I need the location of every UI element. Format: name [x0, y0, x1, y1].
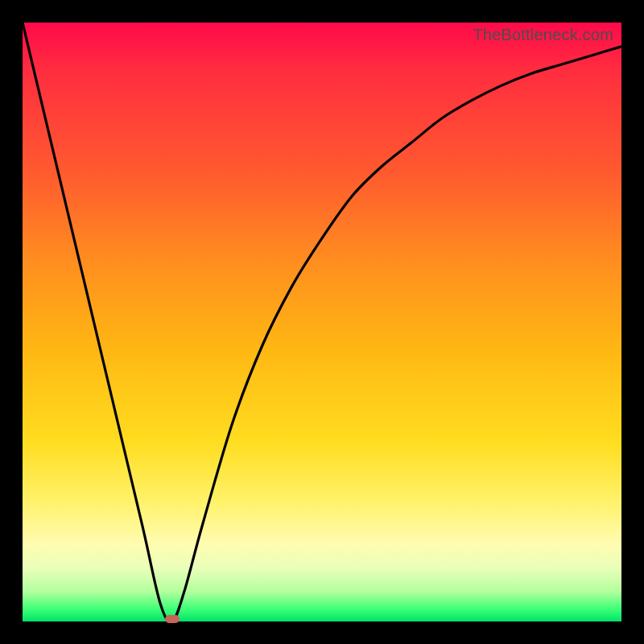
bottleneck-curve [23, 23, 621, 621]
minimum-marker [165, 615, 180, 623]
chart-frame: TheBottleneck.com [0, 0, 644, 644]
watermark-label: TheBottleneck.com [473, 26, 613, 44]
plot-area: TheBottleneck.com [23, 23, 621, 621]
